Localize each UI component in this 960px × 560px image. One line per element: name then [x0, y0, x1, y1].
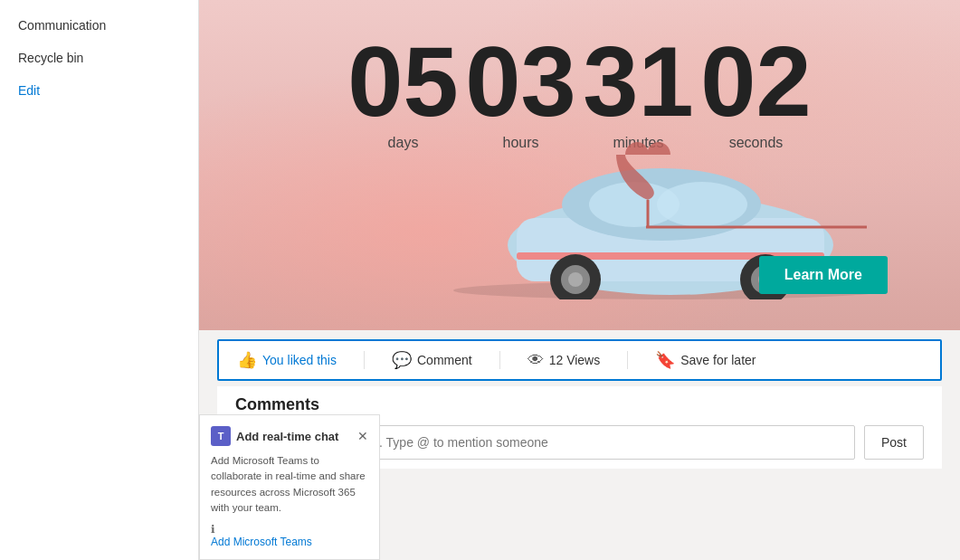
add-teams-link[interactable]: Add Microsoft Teams — [211, 536, 368, 548]
sidebar-item-communication[interactable]: Communication — [0, 9, 198, 42]
sidebar-edit-link[interactable]: Edit — [0, 74, 198, 107]
action-separator-1 — [364, 351, 365, 369]
views-action: 👁 12 Views — [528, 351, 601, 370]
hero-banner: 05 days 03 hours 31 minutes 02 seconds — [199, 0, 960, 330]
sidebar-item-recycle-bin[interactable]: Recycle bin — [0, 42, 198, 74]
svg-point-5 — [657, 182, 747, 227]
learn-more-button[interactable]: Learn More — [759, 256, 888, 294]
comment-action[interactable]: 💬 Comment — [392, 350, 472, 370]
chat-title: Add real-time chat — [236, 430, 338, 443]
actions-bar: 👍 You liked this 💬 Comment 👁 12 Views 🔖 … — [217, 339, 942, 381]
save-action[interactable]: 🔖 Save for later — [655, 350, 756, 370]
comments-title: Comments — [235, 395, 924, 414]
like-action[interactable]: 👍 You liked this — [237, 350, 337, 370]
chat-header: T Add real-time chat ✕ — [211, 426, 368, 446]
chat-title-row: T Add real-time chat — [211, 426, 338, 446]
svg-point-9 — [568, 272, 583, 287]
info-icon: ℹ — [211, 523, 368, 536]
teams-icon: T — [211, 426, 231, 446]
like-icon: 👍 — [237, 350, 257, 370]
action-separator-3 — [627, 351, 628, 369]
post-button[interactable]: Post — [864, 425, 924, 460]
action-separator-2 — [499, 351, 500, 369]
comment-icon: 💬 — [392, 350, 412, 370]
main-content: 05 days 03 hours 31 minutes 02 seconds — [199, 0, 960, 560]
chat-panel: T Add real-time chat ✕ Add Microsoft Tea… — [199, 414, 380, 560]
sidebar: Communication Recycle bin Edit — [0, 0, 199, 560]
bookmark-icon: 🔖 — [655, 350, 675, 370]
views-icon: 👁 — [528, 351, 544, 370]
chat-body: Add Microsoft Teams to collaborate in re… — [211, 453, 368, 516]
chat-close-button[interactable]: ✕ — [357, 429, 368, 443]
